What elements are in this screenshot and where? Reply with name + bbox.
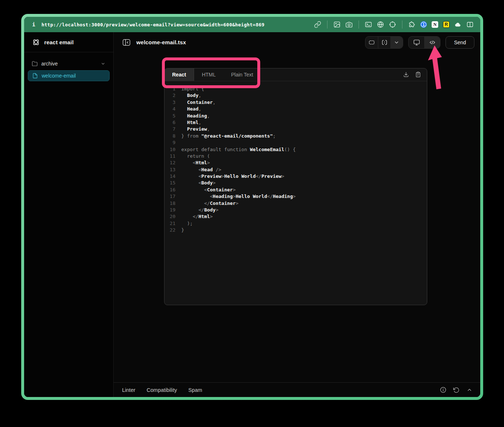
toolbar-separator: [327, 20, 327, 29]
copy-link-icon[interactable]: [314, 21, 321, 28]
code-line: 11 return (: [164, 153, 427, 160]
tab-plain-text[interactable]: Plain Text: [223, 68, 261, 81]
code-line: 12 <Html>: [164, 160, 427, 166]
react-email-logo-icon: [32, 38, 40, 46]
terminal-icon[interactable]: [365, 21, 372, 28]
crosshair-icon[interactable]: [389, 21, 396, 28]
sidebar: react email archive: [24, 32, 114, 397]
code-line: 2 Body,: [164, 92, 427, 99]
browser-window: i http://localhost:3000/preview/welcome-…: [21, 14, 483, 400]
copy-clipboard-icon[interactable]: [415, 71, 421, 78]
code-line: 13 <Head />: [164, 166, 427, 173]
desktop-preview-button[interactable]: [409, 37, 424, 48]
tab-compatibility[interactable]: Compatibility: [147, 387, 177, 393]
main-content: React HTML Plain Text: [114, 52, 480, 382]
site-info-icon[interactable]: i: [32, 22, 35, 27]
refresh-icon[interactable]: [453, 386, 460, 393]
chevron-down-icon[interactable]: [101, 61, 106, 66]
code-editor[interactable]: 1import {2 Body,3 Container,4 Head,5 Hea…: [164, 81, 427, 305]
tab-react[interactable]: React: [164, 68, 194, 81]
browser-url-bar: i http://localhost:3000/preview/welcome-…: [24, 17, 480, 32]
cloud-icon[interactable]: [454, 21, 462, 28]
viewport-size-group: [365, 36, 403, 49]
view-mode-group: [408, 36, 440, 49]
panel-actions: [403, 68, 427, 81]
app-logo-label: react email: [44, 39, 74, 45]
app-body: react email archive: [24, 32, 480, 397]
code-line: 4 Head,: [164, 106, 427, 112]
bottom-bar: Linter Compatibility Spam: [114, 382, 480, 397]
globe-icon[interactable]: [377, 21, 384, 28]
toolbar-separator: [402, 20, 402, 29]
folder-icon: [32, 61, 38, 67]
viewport-dropdown-button[interactable]: [390, 37, 403, 48]
sidebar-item-welcome-email[interactable]: welcome-email: [28, 70, 110, 81]
code-line: 16 <Container>: [164, 187, 427, 193]
bottom-bar-icons: [440, 386, 473, 393]
sidebar-header: react email: [24, 32, 113, 52]
sidebar-item-label: archive: [41, 61, 58, 67]
tab-spam[interactable]: Spam: [188, 387, 202, 393]
tab-html[interactable]: HTML: [194, 68, 223, 81]
code-line: 10export default function WelcomeEmail()…: [164, 146, 427, 153]
download-icon[interactable]: [403, 71, 409, 78]
browser-window-inner: i http://localhost:3000/preview/welcome-…: [24, 17, 480, 397]
code-line: 20 </Html>: [164, 213, 427, 220]
notion-extension-icon[interactable]: N: [432, 21, 438, 28]
main-panel: welcome-email.tsx: [114, 32, 480, 397]
chevron-up-icon[interactable]: [466, 386, 473, 393]
send-button[interactable]: Send: [446, 36, 474, 49]
code-line: 18 </Container>: [164, 200, 427, 207]
code-line: 19 </Body>: [164, 207, 427, 213]
refined-extension-icon[interactable]: R: [443, 21, 450, 28]
url-text[interactable]: http://localhost:3000/preview/welcome-em…: [41, 22, 264, 27]
file-icon: [32, 73, 38, 79]
code-lines: 1import {2 Body,3 Container,4 Head,5 Hea…: [164, 86, 427, 234]
sidebar-nav: archive welcome-email: [24, 52, 113, 87]
code-line: 22}: [164, 227, 427, 233]
code-line: 14 <Preview>Hello World</Preview>: [164, 173, 427, 180]
code-line: 17 <Heading>Hello World</Heading>: [164, 193, 427, 200]
code-line: 3 Container,: [164, 99, 427, 106]
page-title: welcome-email.tsx: [136, 39, 186, 45]
viewport-dimensions-button[interactable]: [378, 37, 390, 48]
source-code-panel: React HTML Plain Text: [164, 68, 427, 305]
camera-icon[interactable]: [345, 21, 353, 28]
source-code-button[interactable]: [424, 37, 440, 48]
info-circle-icon[interactable]: [440, 386, 447, 393]
split-view-icon[interactable]: [466, 21, 474, 28]
code-line: 15 <Body>: [164, 180, 427, 186]
sidebar-item-archive[interactable]: archive: [28, 58, 110, 69]
tab-linter[interactable]: Linter: [122, 387, 135, 393]
source-tabs-bar: React HTML Plain Text: [164, 68, 427, 81]
sidebar-item-label: welcome-email: [42, 73, 76, 79]
toolbar-separator: [359, 20, 359, 29]
code-line: 7 Preview,: [164, 126, 427, 132]
code-line: 8} from "@react-email/components";: [164, 133, 427, 139]
extensions-puzzle-icon[interactable]: [408, 21, 416, 28]
onepassword-extension-icon[interactable]: 1: [420, 21, 427, 28]
image-capture-icon[interactable]: [333, 21, 341, 28]
code-line: 5 Heading,: [164, 113, 427, 119]
sidebar-collapse-icon[interactable]: [121, 37, 132, 48]
browser-toolbar-icons: 1 N R: [314, 20, 474, 29]
code-line: 21 );: [164, 220, 427, 227]
code-line: 9: [164, 139, 427, 146]
code-line: 6 Html,: [164, 119, 427, 126]
code-line: 1import {: [164, 86, 427, 92]
screenshot-stage: i http://localhost:3000/preview/welcome-…: [0, 0, 504, 427]
main-header: welcome-email.tsx: [114, 32, 480, 52]
viewport-width-button[interactable]: [365, 37, 378, 48]
